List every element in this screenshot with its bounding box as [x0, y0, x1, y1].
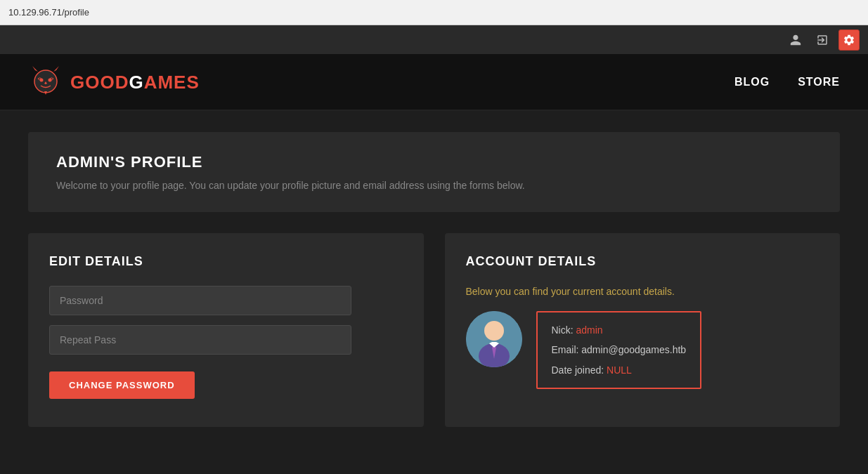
logo-area: GOODGAMES	[28, 65, 200, 100]
account-subtitle: Below you can find your current account …	[466, 286, 820, 297]
edit-details-panel: EDIT DETAILS CHANGE PASSWORD	[28, 233, 424, 427]
svg-point-4	[484, 321, 504, 341]
main-content: ADMIN'S PROFILE Welcome to your profile …	[0, 111, 868, 474]
edit-details-title: EDIT DETAILS	[49, 254, 403, 269]
nav-store[interactable]: STORE	[798, 76, 840, 88]
date-line: Date joined: NULL	[552, 362, 687, 378]
profile-header-card: ADMIN'S PROFILE Welcome to your profile …	[28, 132, 840, 212]
account-info-row: Nick: admin Email: admin@goodgames.htb D…	[466, 311, 820, 389]
repeat-pass-input[interactable]	[49, 325, 351, 355]
nav-blog[interactable]: BLOG	[734, 76, 770, 88]
header: GOODGAMES BLOG STORE	[0, 55, 868, 111]
nav-links: BLOG STORE	[734, 76, 840, 88]
logout-icon[interactable]	[812, 29, 833, 51]
email-line: Email: admin@goodgames.htb	[552, 342, 687, 357]
password-input[interactable]	[49, 286, 351, 315]
logo-text: GOODGAMES	[70, 72, 200, 93]
settings-icon[interactable]	[838, 29, 860, 51]
browser-bar: 10.129.96.71/profile	[0, 0, 868, 25]
logo-icon	[28, 65, 63, 100]
nick-line: Nick: admin	[552, 322, 687, 338]
account-details-title: ACCOUNT DETAILS	[466, 254, 820, 269]
user-icon[interactable]	[785, 29, 806, 51]
avatar	[466, 311, 522, 367]
change-password-button[interactable]: CHANGE PASSWORD	[49, 371, 195, 399]
profile-title: ADMIN'S PROFILE	[56, 153, 812, 171]
account-details-panel: ACCOUNT DETAILS Below you can find your …	[445, 233, 841, 427]
url-bar[interactable]: 10.129.96.71/profile	[8, 7, 89, 18]
account-details-box: Nick: admin Email: admin@goodgames.htb D…	[536, 311, 702, 389]
profile-subtitle: Welcome to your profile page. You can up…	[56, 180, 812, 191]
top-toolbar	[0, 25, 868, 55]
two-col-layout: EDIT DETAILS CHANGE PASSWORD ACCOUNT DET…	[28, 233, 840, 427]
